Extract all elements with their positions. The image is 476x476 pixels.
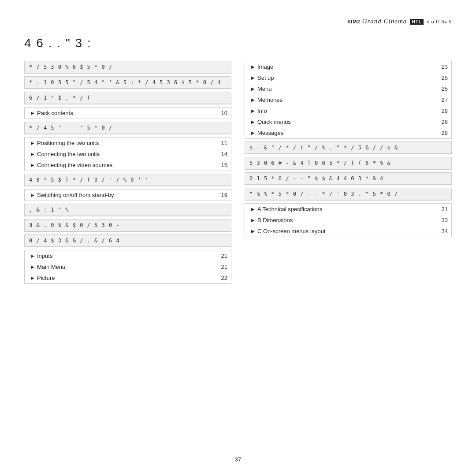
toc-entry-inputs: ▶ Inputs 21 (25, 250, 231, 261)
toc-label-info: Info (257, 108, 437, 114)
toc-entry-picture: ▶ Picture 22 (25, 272, 231, 283)
toc-standalone-display-items: ▶ Image 23 ▶ Set up 25 ▶ Menu 25 ▶ Memor… (245, 61, 452, 139)
toc-page-pack-contents: 10 (217, 110, 227, 116)
toc-label-tech-specs: A Technical specifications (257, 206, 437, 212)
toc-group-daily: , & : 1 " % (24, 204, 231, 216)
page: SIM2 Grand Cinema HTL × σ П 3≡ 9 4 6 . .… (0, 0, 476, 476)
toc-label-switching: Switching on/off from stand-by (37, 192, 217, 198)
page-header: SIM2 Grand Cinema HTL × σ П 3≡ 9 (24, 18, 452, 28)
toc-container: * / 5 3 0 % 6 $ 5 * 0 / * . 1 0 3 5 " / … (24, 61, 452, 286)
toc-page-quick-menus: 28 (437, 119, 448, 125)
toc-page-onscreen-menus: 34 (437, 228, 448, 234)
toc-page-image: 23 (437, 63, 448, 70)
toc-page-memories: 27 (437, 97, 448, 103)
toc-arrow: ▶ (251, 108, 255, 113)
toc-right-column: ▶ Image 23 ▶ Set up 25 ▶ Menu 25 ▶ Memor… (245, 61, 452, 286)
toc-group-remote: 3 & . 0 5 & $ 0 / 5 3 0 - (24, 219, 231, 232)
page-title: 4 6 . . " 3 : (24, 36, 452, 50)
toc-page-messages: 28 (437, 130, 448, 136)
toc-entry-dimensions: ▶ B Dimensions 33 (245, 215, 451, 226)
toc-label-picture: Picture (37, 275, 217, 281)
toc-page-connecting-video: 15 (217, 162, 227, 168)
toc-group-safety: * . 1 0 3 5 " / 5 4 " ' & 5 : * / 4 5 3 … (24, 76, 231, 89)
toc-arrow: ▶ (251, 119, 255, 124)
toc-arrow: ▶ (251, 130, 255, 135)
toc-group-additional: " % % * 5 * 0 / - - * / ' 0 3 . " 5 * 0 … (245, 188, 452, 201)
toc-label-messages: Messages (257, 130, 437, 136)
toc-label-onscreen-menus: C On-screen menus layout (257, 228, 437, 234)
footer-page-number: 37 (235, 456, 241, 463)
toc-entry-messages: ▶ Messages 28 (245, 127, 451, 138)
toc-entry-memories: ▶ Memories 27 (245, 94, 451, 105)
toc-entry-onscreen-menus: ▶ C On-screen menus layout 34 (245, 226, 451, 237)
toc-arrow: ▶ (251, 218, 255, 223)
toc-arrow: ▶ (251, 86, 255, 91)
toc-page-dimensions: 33 (437, 217, 448, 223)
toc-label-pack-contents: Pack contents (37, 110, 217, 116)
toc-arrow: ▶ (31, 193, 34, 197)
toc-label-connecting-video: Connecting the video sources (37, 162, 217, 168)
toc-entry-connecting-two: ▶ Connecting the two units 14 (25, 149, 231, 160)
brand-htl: HTL (410, 19, 423, 25)
toc-group-installation: * / 4 5 " - - " 5 * 0 / (24, 122, 231, 134)
toc-group-unpacking: 6 / 1 " $ , * / ( (24, 92, 231, 104)
toc-label-inputs: Inputs (37, 253, 217, 259)
toc-group-menus: 0 / 4 $ 3 & & / . & / 6 4 (24, 234, 231, 247)
toc-group-intro: * / 5 3 0 % 6 $ 5 * 0 / (24, 61, 231, 74)
toc-page-inputs: 21 (217, 253, 227, 259)
toc-arrow: ▶ (251, 64, 255, 69)
toc-page-main-menu: 21 (217, 264, 227, 270)
toc-label-menu: Menu (257, 86, 437, 92)
page-footer: 37 (0, 456, 476, 463)
toc-page-connecting-two: 14 (217, 151, 227, 157)
toc-arrow: ▶ (31, 152, 34, 156)
toc-group-optional: 0 1 5 * 0 / - - " $ $ & 4 4 0 3 * & 4 (245, 172, 452, 185)
toc-standalone-pack: ▶ Pack contents 10 (24, 107, 231, 119)
toc-page-tech-specs: 31 (437, 206, 448, 212)
toc-entry-connecting-video: ▶ Connecting the video sources 15 (25, 160, 231, 171)
toc-label-image: Image (257, 63, 437, 70)
toc-group-troubleshoot: 5 3 0 6 # - & 4 ) 0 0 5 * / ( ( 6 * % & (245, 157, 452, 170)
toc-entry-quick-menus: ▶ Quick menus 28 (245, 116, 451, 127)
brand-version: × σ П 3≡ 9 (427, 19, 452, 24)
section-header-additional: " % % * 5 * 0 / - - * / ' 0 3 . " 5 * 0 … (245, 188, 451, 200)
toc-entry-menu: ▶ Menu 25 (245, 83, 451, 94)
toc-arrow: ▶ (31, 253, 34, 258)
toc-arrow: ▶ (31, 141, 34, 145)
toc-arrow: ▶ (31, 163, 34, 167)
toc-page-switching: 19 (217, 192, 227, 198)
section-header-remote: 3 & . 0 5 & $ 0 / 5 3 0 - (25, 219, 231, 231)
toc-entry-tech-specs: ▶ A Technical specifications 31 (245, 204, 451, 215)
toc-entry-setup: ▶ Set up 25 (245, 72, 451, 83)
toc-standalone-installation-items: ▶ Positioning the two units 11 ▶ Connect… (24, 137, 231, 171)
section-header-installation: * / 4 5 " - - " 5 * 0 / (25, 122, 231, 134)
toc-entry-switching: ▶ Switching on/off from stand-by 19 (25, 190, 231, 201)
section-header-troubleshoot: 5 3 0 6 # - & 4 ) 0 0 5 * / ( ( 6 * % & (245, 157, 451, 169)
brand-grand-cinema: Grand Cinema (362, 18, 407, 25)
toc-page-info: 28 (437, 108, 448, 114)
toc-group-switching: 4 8 * 5 $ ) * / ( 0 / " / % 0 ' ' (24, 174, 231, 186)
toc-entry-pack-contents: ▶ Pack contents 10 (25, 108, 231, 119)
toc-label-dimensions: B Dimensions (257, 217, 437, 223)
toc-arrow: ▶ (251, 97, 255, 102)
section-header-safety: * . 1 0 3 5 " / 5 4 " ' & 5 : * / 4 5 3 … (25, 77, 231, 89)
toc-label-quick-menus: Quick menus (257, 119, 437, 125)
section-header-menus: 0 / 4 $ 3 & & / . & / 6 4 (25, 235, 231, 247)
brand-sim2: SIM2 (347, 19, 361, 24)
brand: SIM2 Grand Cinema HTL × σ П 3≡ 9 (347, 18, 452, 25)
toc-entry-positioning: ▶ Positioning the two units 11 (25, 138, 231, 149)
toc-entry-image: ▶ Image 23 (245, 61, 451, 72)
toc-group-cleaning: $ - & " / * / ( " / % . " * / 5 & / / $ … (245, 141, 452, 154)
toc-arrow: ▶ (251, 229, 255, 234)
toc-left-column: * / 5 3 0 % 6 $ 5 * 0 / * . 1 0 3 5 " / … (24, 61, 231, 286)
toc-arrow: ▶ (31, 275, 34, 280)
section-header-intro: * / 5 3 0 % 6 $ 5 * 0 / (25, 61, 231, 73)
section-header-unpacking: 6 / 1 " $ , * / ( (25, 92, 231, 104)
toc-page-setup: 25 (437, 74, 448, 81)
toc-arrow: ▶ (251, 207, 255, 212)
toc-arrow: ▶ (31, 111, 34, 115)
section-header-daily: , & : 1 " % (25, 204, 231, 216)
toc-page-positioning: 11 (217, 140, 227, 146)
toc-arrow: ▶ (31, 264, 34, 269)
toc-label-connecting-two: Connecting the two units (37, 151, 217, 157)
